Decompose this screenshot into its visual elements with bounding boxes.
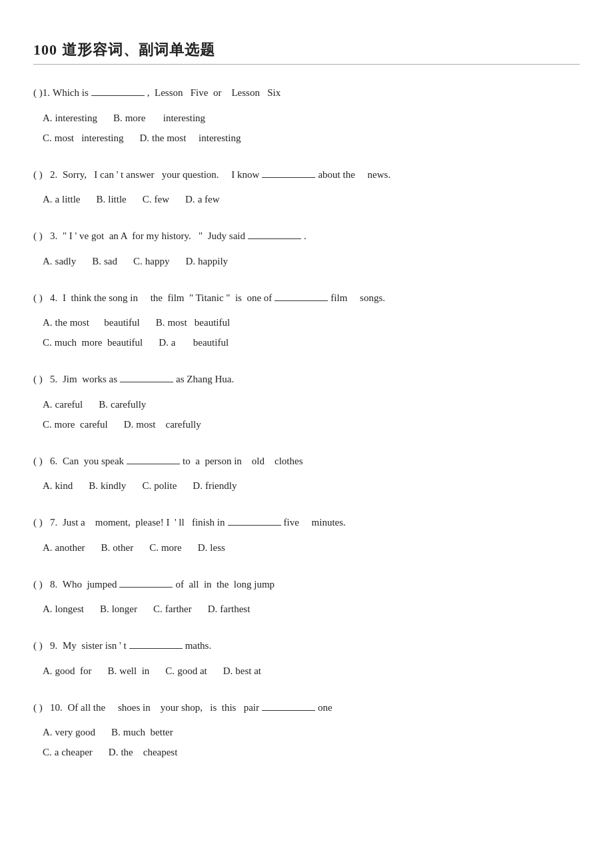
q8-option-c: C.farther bbox=[153, 599, 192, 619]
q10-option-b: B.much better bbox=[111, 722, 173, 742]
question-5-line: ( ) 5. Jim works as as Zhang Hua. bbox=[33, 370, 580, 389]
q7-options: A.another B.other C.more D.less bbox=[43, 538, 580, 558]
q5-prefix: ( ) 5. bbox=[33, 370, 57, 389]
question-9: ( ) 9. My sister isn ' t maths. A.good f… bbox=[33, 636, 580, 681]
q9-text2: maths. bbox=[185, 636, 212, 655]
q1-options-row2: C.most interesting D.the most interestin… bbox=[43, 128, 580, 148]
question-7-line: ( ) 7. Just a moment, please! I ' ll fin… bbox=[33, 513, 580, 532]
q8-text1: Who jumped bbox=[60, 575, 117, 594]
q9-options: A.good for B.well in C.good at D.best at bbox=[43, 661, 580, 681]
q7-prefix: ( ) 7. bbox=[33, 513, 57, 532]
question-2-line: ( ) 2. Sorry, I can ' t answer your ques… bbox=[33, 165, 580, 185]
question-6: ( ) 6. Can you speak to a person in old … bbox=[33, 452, 580, 496]
q10-option-a: A.very good bbox=[43, 722, 95, 742]
q5-text1: Jim works as bbox=[60, 370, 117, 389]
q2-options: A.a little B.little C.few D.a few bbox=[43, 189, 580, 209]
title-divider bbox=[33, 64, 580, 65]
question-7: ( ) 7. Just a moment, please! I ' ll fin… bbox=[33, 513, 580, 558]
q8-option-d: D.farthest bbox=[208, 599, 251, 619]
q2-option-a: A.a little bbox=[43, 189, 81, 209]
q3-option-a: A.sadly bbox=[43, 251, 76, 271]
question-3: ( ) 3. " I ' ve got an A for my history.… bbox=[33, 226, 580, 271]
question-2: ( ) 2. Sorry, I can ' t answer your ques… bbox=[33, 165, 580, 210]
question-1-line: ( )1. Which is , Lesson Five or Lesson S… bbox=[33, 83, 580, 103]
q10-text1: Of all the shoes in your shop, is this p… bbox=[65, 698, 259, 717]
q5-options-row1: A.careful B.carefully bbox=[43, 394, 580, 414]
q10-option-d: D.the cheapest bbox=[109, 742, 178, 762]
question-8: ( ) 8. Who jumped of all in the long jum… bbox=[33, 575, 580, 620]
q3-blank bbox=[248, 227, 301, 239]
q9-blank bbox=[129, 637, 183, 649]
q6-text2: to a person in old clothes bbox=[183, 452, 303, 471]
q5-options-row2: C. more careful D.most carefully bbox=[43, 414, 580, 434]
q1-text2: , Lesson Five or Lesson Six bbox=[147, 83, 281, 103]
q10-options-row2: C.a cheaper D.the cheapest bbox=[43, 742, 580, 762]
q1-blank bbox=[91, 84, 145, 96]
q2-blank bbox=[262, 166, 315, 178]
q2-text2: about the news. bbox=[318, 165, 390, 185]
q2-option-b: B.little bbox=[97, 189, 127, 209]
q3-option-d: D.happily bbox=[185, 251, 228, 271]
q9-option-c: C.good at bbox=[165, 661, 207, 681]
q6-option-d: D.friendly bbox=[193, 476, 237, 496]
q6-option-a: A.kind bbox=[43, 476, 73, 496]
q7-text1: Just a moment, please! I ' ll finish in bbox=[60, 513, 225, 532]
q3-options: A.sadly B.sad C.happy D.happily bbox=[43, 251, 580, 271]
question-5: ( ) 5. Jim works as as Zhang Hua. A.care… bbox=[33, 370, 580, 434]
q1-option-d: D.the most interesting bbox=[140, 128, 241, 148]
q4-option-b: B.most beautiful bbox=[156, 312, 231, 332]
q1-option-c: C.most interesting bbox=[43, 128, 124, 148]
q7-text2: five minutes. bbox=[284, 513, 346, 532]
q2-text1: Sorry, I can ' t answer your question. I… bbox=[60, 165, 259, 185]
question-10-line: ( ) 10. Of all the shoes in your shop, i… bbox=[33, 698, 580, 717]
question-4: ( ) 4. I think the song in the film " Ti… bbox=[33, 288, 580, 353]
q5-option-c: C. more careful bbox=[43, 414, 108, 434]
q6-blank bbox=[127, 452, 180, 464]
q2-option-c: C.few bbox=[143, 189, 169, 209]
q3-text2: . bbox=[304, 226, 306, 246]
q8-option-a: A.longest bbox=[43, 599, 84, 619]
question-4-line: ( ) 4. I think the song in the film " Ti… bbox=[33, 288, 580, 308]
q5-option-b: B.carefully bbox=[99, 394, 146, 414]
q10-option-c: C.a cheaper bbox=[43, 742, 93, 762]
q1-prefix: ( )1. bbox=[33, 83, 50, 103]
question-1: ( )1. Which is , Lesson Five or Lesson S… bbox=[33, 83, 580, 148]
question-8-line: ( ) 8. Who jumped of all in the long jum… bbox=[33, 575, 580, 594]
q5-blank bbox=[120, 370, 173, 382]
q4-text1: I think the song in the film " Titanic "… bbox=[60, 288, 272, 308]
q9-option-a: A.good for bbox=[43, 661, 92, 681]
q6-prefix: ( ) 6. bbox=[33, 452, 57, 471]
q3-option-c: C.happy bbox=[133, 251, 169, 271]
q8-option-b: B.longer bbox=[100, 599, 137, 619]
q9-option-d: D.best at bbox=[223, 661, 261, 681]
q5-option-d: D.most carefully bbox=[124, 414, 201, 434]
q1-option-a: A.interesting bbox=[43, 108, 97, 128]
page-title: 100 道形容词、副词单选题 bbox=[33, 40, 580, 60]
q3-text1: " I ' ve got an A for my history. " Judy… bbox=[60, 226, 245, 246]
q2-prefix: ( ) 2. bbox=[33, 165, 57, 185]
q3-option-b: B.sad bbox=[92, 251, 117, 271]
q4-option-d: D.a beautiful bbox=[159, 332, 229, 352]
q5-option-a: A.careful bbox=[43, 394, 83, 414]
q8-blank bbox=[119, 576, 173, 588]
q8-options: A.longest B.longer C.farther D.farthest bbox=[43, 599, 580, 619]
q8-prefix: ( ) 8. bbox=[33, 575, 57, 594]
q7-option-d: D.less bbox=[198, 538, 225, 558]
q4-blank bbox=[275, 289, 328, 301]
q6-text1: Can you speak bbox=[60, 452, 124, 471]
q10-blank bbox=[262, 699, 315, 711]
q7-option-c: C.more bbox=[149, 538, 182, 558]
question-10: ( ) 10. Of all the shoes in your shop, i… bbox=[33, 698, 580, 763]
q1-option-b: B.more interesting bbox=[113, 108, 205, 128]
q4-options-row1: A.the most beautiful B.most beautiful bbox=[43, 312, 580, 332]
question-6-line: ( ) 6. Can you speak to a person in old … bbox=[33, 452, 580, 471]
question-3-line: ( ) 3. " I ' ve got an A for my history.… bbox=[33, 226, 580, 246]
q4-option-a: A.the most beautiful bbox=[43, 312, 140, 332]
q9-option-b: B.well in bbox=[108, 661, 150, 681]
page: 100 道形容词、副词单选题 ( )1. Which is , Lesson F… bbox=[20, 0, 593, 819]
q2-option-d: D.a few bbox=[185, 189, 220, 209]
question-9-line: ( ) 9. My sister isn ' t maths. bbox=[33, 636, 580, 655]
q5-text2: as Zhang Hua. bbox=[176, 370, 234, 389]
q4-options-row2: C.much more beautiful D.a beautiful bbox=[43, 332, 580, 352]
q4-text2: film songs. bbox=[330, 288, 385, 308]
